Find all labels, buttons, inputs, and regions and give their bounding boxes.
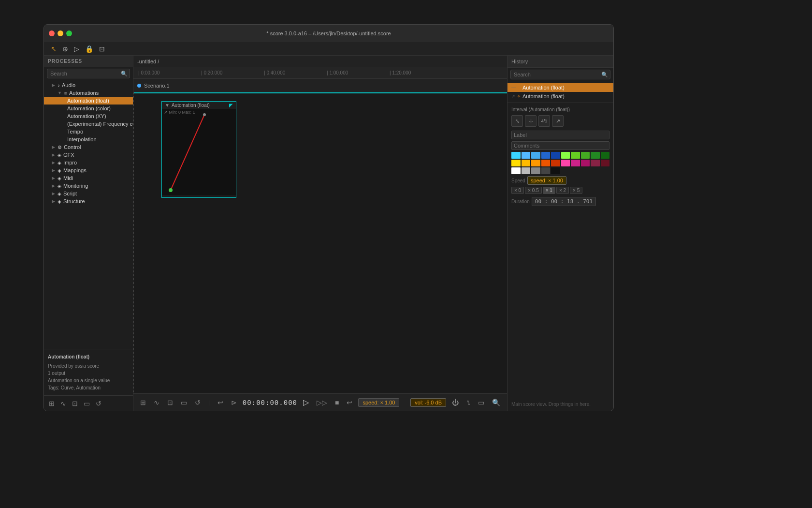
sidebar-item-audio[interactable]: ▶ ♪ Audio <box>44 81 133 89</box>
color-swatch[interactable] <box>561 160 570 166</box>
color-swatch[interactable] <box>522 152 531 159</box>
sidebar-item-automations[interactable]: ▼ ≋ Automations <box>44 89 133 97</box>
interval-icon-arrow[interactable]: ↗ <box>552 115 564 127</box>
history-search-input[interactable] <box>510 70 610 79</box>
speed-label: Speed <box>511 178 525 183</box>
color-swatch[interactable] <box>511 152 521 159</box>
history-label-1: Automation (float) <box>522 93 565 99</box>
close-button[interactable] <box>49 30 55 36</box>
speed-btn-05[interactable]: × 0.5 <box>525 187 542 194</box>
speed-btn-0[interactable]: × 0 <box>511 187 524 194</box>
structure-icon: ◈ <box>58 199 61 204</box>
color-swatch[interactable] <box>581 152 590 159</box>
sidebar-item-interpolation[interactable]: Interpolation <box>44 135 133 143</box>
color-swatch[interactable] <box>511 167 521 174</box>
interval-icon-speed[interactable]: 4/1 <box>538 115 550 127</box>
bt-box-button[interactable]: ▭ <box>179 398 189 407</box>
color-swatch[interactable] <box>601 160 610 166</box>
sidebar-item-mappings[interactable]: ▶ ◈ Mappings <box>44 166 133 174</box>
sidebar-search-input[interactable] <box>47 69 130 78</box>
bt-frame-button[interactable]: ⊡ <box>165 398 175 407</box>
bt-rtstart2-button[interactable]: ⊳ <box>229 398 239 407</box>
sidebar-item-structure[interactable]: ▶ ◈ Structure <box>44 197 133 205</box>
sidebar-frame-button[interactable]: ⊡ <box>70 399 80 408</box>
maximize-button[interactable] <box>66 30 72 36</box>
sidebar-grid-button[interactable]: ⊞ <box>47 399 57 408</box>
color-swatch[interactable] <box>531 152 540 159</box>
color-swatch[interactable] <box>571 160 580 166</box>
sidebar-item-label-script: Script <box>63 191 77 196</box>
color-swatch[interactable] <box>541 160 551 166</box>
minimize-button[interactable] <box>58 30 63 36</box>
color-swatch[interactable] <box>601 152 610 159</box>
color-swatch[interactable] <box>571 152 580 159</box>
play-tool-button[interactable]: ▷ <box>72 44 81 54</box>
bt-grid-button[interactable]: ⊞ <box>138 398 148 407</box>
color-swatch[interactable] <box>581 160 590 166</box>
main-window: * score 3.0.0-a16 – /Users/jln/Desktop/-… <box>44 24 614 411</box>
add-tool-button[interactable]: ⊕ <box>60 44 70 54</box>
sidebar-item-label-mappings: Mappings <box>63 167 87 173</box>
speed-btn-5[interactable]: × 5 <box>570 187 582 194</box>
lock-tool-button[interactable]: 🔒 <box>83 44 95 54</box>
cursor-tool-button[interactable]: ↖ <box>49 44 58 54</box>
sidebar-wave-button[interactable]: ∿ <box>58 399 68 408</box>
speed-btn-2[interactable]: × 2 <box>556 187 569 194</box>
color-swatch[interactable] <box>531 160 540 166</box>
sidebar-item-monitoring[interactable]: ▶ ◈ Monitoring <box>44 182 133 190</box>
select-tool-button[interactable]: ⊡ <box>97 44 107 54</box>
sidebar-item-gfx[interactable]: ▶ ◈ GFX <box>44 151 133 159</box>
block-resize-handle[interactable]: ◤ <box>229 103 233 108</box>
bt-wave-button[interactable]: ∿ <box>152 398 161 407</box>
color-swatch[interactable] <box>511 160 521 166</box>
interval-icon-params[interactable]: ⊹ <box>525 115 536 127</box>
history-item-0[interactable]: — ⟣ Automation (float) <box>508 83 613 92</box>
sidebar-item-control[interactable]: ▶ ⚙ Control <box>44 143 133 151</box>
color-swatch[interactable] <box>522 167 531 174</box>
sidebar-item-freq-curve[interactable]: (Experimental) Frequency curve <box>44 120 133 128</box>
bt-history-button[interactable]: ↺ <box>193 398 203 407</box>
bt-search-button[interactable]: 🔍 <box>490 398 502 407</box>
comments-input[interactable] <box>511 141 609 150</box>
bt-return-button[interactable]: ↩ <box>345 398 354 407</box>
color-swatch[interactable] <box>541 167 551 174</box>
bt-rtstart-button[interactable]: ↩ <box>216 398 225 407</box>
info-outputs: 1 output <box>48 370 129 377</box>
interval-icon-fullscreen[interactable]: ⤡ <box>511 115 523 127</box>
speed-btn-1[interactable]: × 1 <box>543 187 555 194</box>
color-swatch[interactable] <box>591 160 600 166</box>
history-label-0: Automation (float) <box>522 85 565 90</box>
bt-play2-button[interactable]: ▷▷ <box>315 398 329 407</box>
block-chevron: ▼ <box>165 103 170 108</box>
color-swatch[interactable] <box>531 167 540 174</box>
sidebar-item-automation-float[interactable]: Automation (float) <box>44 97 133 105</box>
sidebar-item-tempo[interactable]: Tempo <box>44 128 133 135</box>
bt-play-button[interactable]: ▷ <box>301 397 311 408</box>
color-swatch[interactable] <box>591 152 600 159</box>
color-swatch[interactable] <box>551 160 560 166</box>
sidebar-history-button[interactable]: ↺ <box>94 399 103 408</box>
color-swatch[interactable] <box>561 152 570 159</box>
sidebar-item-label-structure: Structure <box>63 198 85 204</box>
automation-block[interactable]: ▼ Automation (float) ◤ ↗ Min: 0 Max: 1 <box>161 101 236 198</box>
scenario-row[interactable]: Scenario.1 <box>133 79 507 92</box>
sidebar-item-script[interactable]: ▶ ◈ Script <box>44 190 133 197</box>
color-swatch[interactable] <box>551 152 560 159</box>
label-input[interactable] <box>511 131 609 139</box>
bt-ext-button[interactable]: ▭ <box>476 398 486 407</box>
bt-stop-button[interactable]: ■ <box>333 398 341 407</box>
sidebar-item-impro[interactable]: ▶ ◈ Impro <box>44 159 133 166</box>
sidebar-item-automation-color[interactable]: Automation (color) <box>44 105 133 112</box>
color-swatch[interactable] <box>522 160 531 166</box>
sidebar-item-midi[interactable]: ▶ ◈ Midi <box>44 174 133 182</box>
bt-split-button[interactable]: ⑊ <box>464 398 472 407</box>
color-swatch[interactable] <box>551 167 560 174</box>
score-area[interactable]: ▼ Automation (float) ◤ ↗ Min: 0 Max: 1 <box>133 92 507 393</box>
history-item-1[interactable]: ↗ ⟣ Automation (float) <box>508 92 613 101</box>
time-mark-4: | 1:20.000 <box>390 70 411 75</box>
bt-power-button[interactable]: ⏻ <box>450 398 461 407</box>
color-swatch[interactable] <box>541 152 551 159</box>
window-title: * score 3.0.0-a16 – /Users/jln/Desktop/-… <box>266 30 391 36</box>
sidebar-item-automation-xy[interactable]: Automation (XY) <box>44 112 133 120</box>
sidebar-box-button[interactable]: ▭ <box>82 399 92 408</box>
